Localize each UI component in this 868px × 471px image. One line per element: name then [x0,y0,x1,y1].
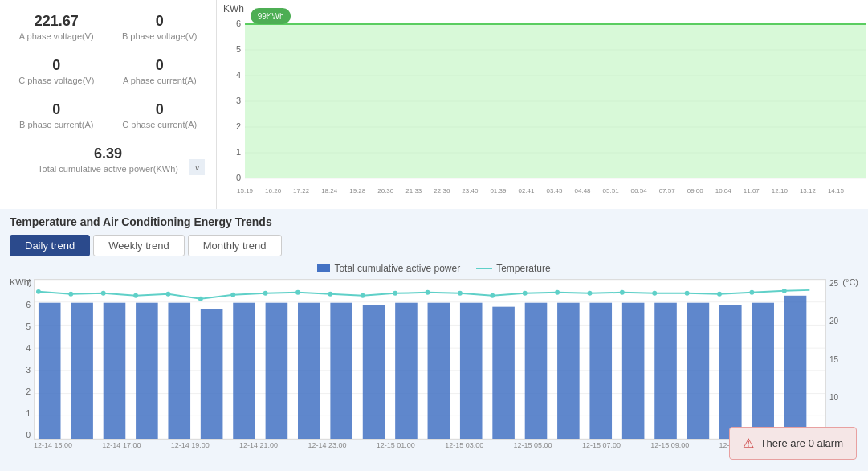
svg-rect-55 [266,303,288,439]
svg-point-84 [426,290,430,295]
svg-rect-71 [784,296,807,439]
svg-text:5: 5 [236,44,241,54]
tab-monthly-trend[interactable]: Monthly trend [188,235,282,256]
svg-text:12:10: 12:10 [772,187,789,195]
svg-rect-48 [39,303,61,439]
tab-weekly-trend[interactable]: Weekly trend [93,235,185,256]
chart-legend: Total cumulative active power Temperatur… [10,263,858,274]
svg-point-88 [555,290,560,295]
svg-point-92 [685,291,690,296]
metrics-panel: 221.67 A phase voltage(V) 0 B phase volt… [0,0,217,209]
metric-value: 0 [115,101,206,118]
metric-a-phase-voltage: 221.67 A phase voltage(V) [8,8,105,46]
svg-rect-54 [233,303,255,439]
svg-rect-61 [460,303,483,439]
bottom-chart-body [34,279,826,440]
metric-total-power: 6.39 Total cumulative active power(KWh) … [8,141,208,178]
bottom-chart-wrapper: KWh) (°C) 7 6 5 4 3 2 1 0 [10,279,858,449]
svg-rect-62 [492,307,515,439]
svg-text:6: 6 [236,18,241,28]
svg-rect-49 [71,303,93,439]
svg-text:07:57: 07:57 [659,187,676,195]
metric-value: 6.39 [11,145,205,162]
metric-label: A phase current(A) [115,76,206,85]
svg-rect-67 [654,303,677,439]
svg-text:23:40: 23:40 [462,187,479,195]
svg-text:17:22: 17:22 [293,187,310,195]
svg-rect-57 [330,303,352,439]
alarm-icon: ⚠ [743,436,754,451]
legend-power-color [317,264,330,272]
legend-power-label: Total cumulative active power [334,263,460,274]
svg-rect-58 [363,305,385,439]
metric-label: A phase voltage(V) [11,31,102,41]
svg-point-76 [166,292,171,297]
svg-text:0: 0 [236,173,241,182]
svg-point-78 [230,293,235,297]
svg-point-81 [328,292,332,297]
expand-button[interactable]: ∨ [189,159,205,175]
tab-daily-trend[interactable]: Daily trend [10,235,90,256]
svg-rect-59 [395,303,418,439]
svg-text:11:07: 11:07 [744,187,760,195]
legend-temp-color [476,268,492,269]
svg-rect-51 [136,303,158,439]
svg-text:10:04: 10:04 [715,187,732,195]
top-chart-kwh-label: KWh [223,3,244,14]
svg-point-90 [620,290,625,295]
svg-rect-53 [201,309,223,439]
svg-text:02:41: 02:41 [518,187,535,195]
top-chart-area: KWh 6 5 4 3 2 1 0 99KWh [217,0,868,209]
svg-point-73 [68,292,73,297]
svg-rect-68 [687,303,710,439]
svg-point-91 [652,291,657,296]
svg-text:15:19: 15:19 [237,187,254,195]
top-section: 221.67 A phase voltage(V) 0 B phase volt… [0,0,868,209]
alarm-toast: ⚠ There are 0 alarm [729,427,857,460]
svg-text:4: 4 [236,70,241,80]
svg-rect-56 [298,303,320,439]
svg-rect-70 [752,303,774,439]
svg-text:3: 3 [236,96,241,105]
svg-point-82 [361,293,365,298]
metric-c-phase-voltage: 0 C phase voltage(V) [8,52,105,90]
svg-text:21:33: 21:33 [405,187,422,195]
tab-bar: Daily trend Weekly trend Monthly trend [10,235,858,256]
svg-point-75 [133,293,138,298]
svg-rect-52 [168,303,190,439]
alarm-text: There are 0 alarm [760,437,843,449]
metric-value: 221.67 [11,13,102,30]
svg-point-74 [101,291,106,296]
svg-rect-64 [557,303,580,439]
svg-text:16:20: 16:20 [265,187,282,195]
svg-point-94 [749,290,754,295]
svg-rect-50 [104,303,126,439]
svg-text:13:12: 13:12 [800,187,817,195]
svg-rect-63 [525,303,548,439]
metric-b-phase-current: 0 B phase current(A) [8,96,105,134]
svg-text:06:54: 06:54 [631,187,648,195]
metric-label: B phase voltage(V) [115,31,206,41]
svg-text:01:39: 01:39 [490,187,507,195]
svg-point-79 [263,291,268,296]
svg-point-77 [198,297,203,301]
svg-text:19:28: 19:28 [349,187,366,195]
svg-text:1: 1 [236,147,241,157]
metric-value: 0 [115,13,206,30]
svg-text:2: 2 [236,121,241,131]
bottom-chart-svg [35,280,825,439]
svg-text:04:48: 04:48 [575,187,592,195]
svg-marker-14 [245,24,866,178]
legend-temp-label: Temperature [496,263,550,274]
svg-rect-66 [622,303,645,439]
metric-label: B phase current(A) [11,120,102,129]
legend-temperature: Temperature [476,263,550,274]
svg-text:14:15: 14:15 [828,187,845,195]
y-axis-left: 7 6 5 4 3 2 1 0 [10,279,34,440]
y-axis-right: 25 20 15 10 5 [826,279,858,440]
svg-text:20:30: 20:30 [377,187,394,195]
bottom-chart-container: 7 6 5 4 3 2 1 0 [10,279,858,440]
svg-point-87 [523,291,528,296]
svg-point-80 [295,290,300,295]
svg-point-89 [588,291,593,296]
